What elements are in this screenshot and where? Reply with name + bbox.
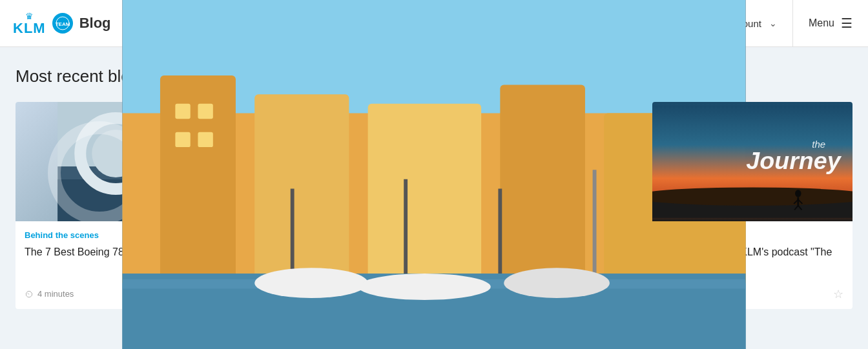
card-image-harbor — [440, 102, 641, 221]
card-image-journey: the Journey — [652, 102, 853, 221]
svg-rect-34 — [500, 102, 585, 283]
svg-rect-33 — [440, 104, 481, 283]
svg-point-52 — [795, 190, 801, 197]
cards-grid: Behind the scenes The 7 Best Boeing 787 … — [16, 102, 852, 309]
main-content: Most recent blogs — [0, 47, 868, 349]
svg-rect-35 — [604, 113, 640, 283]
svg-text:Journey: Journey — [746, 147, 842, 174]
svg-point-51 — [652, 187, 853, 205]
svg-point-48 — [504, 268, 610, 298]
card-harbor: Destinations The six best holiday destin… — [440, 102, 641, 309]
